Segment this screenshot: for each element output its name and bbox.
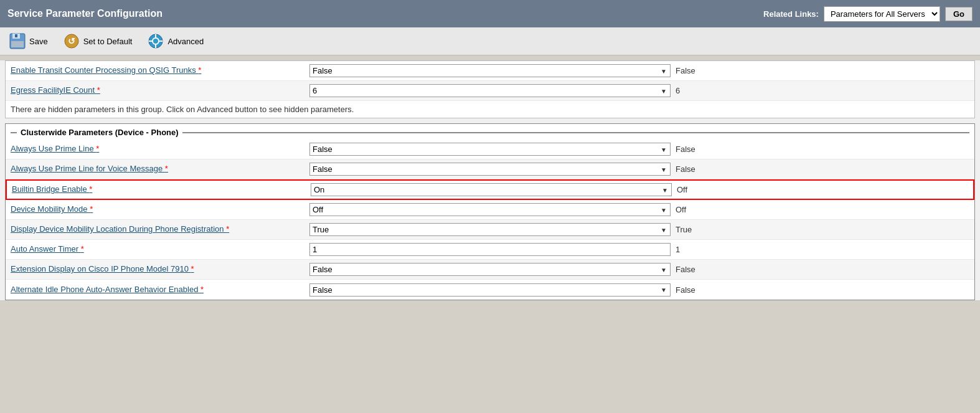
param-row-egress: Egress FacilityIE Count * 6 6 — [6, 81, 974, 101]
related-links-select[interactable]: Parameters for All Servers — [824, 6, 940, 22]
related-links-label: Related Links: — [763, 9, 819, 19]
param-control-extension-display: False True False — [309, 263, 969, 276]
param-control-builtin-bridge: On Off Off — [311, 183, 968, 196]
param-control-display-device-mobility: True False True — [309, 223, 969, 236]
group-header: Clusterwide Parameters (Device - Phone) — [6, 124, 974, 140]
auto-answer-timer-input[interactable] — [309, 243, 671, 256]
advanced-icon — [147, 32, 164, 50]
select-wrapper-always-prime-line: False True — [309, 143, 671, 156]
auto-answer-timer-default: 1 — [676, 245, 713, 254]
builtin-bridge-default: Off — [677, 185, 714, 194]
prime-line-voicemail-default: False — [676, 164, 713, 174]
param-label-transit-counter[interactable]: Enable Transit Counter Processing on QSI… — [11, 65, 309, 76]
advanced-button[interactable]: Advanced — [144, 31, 206, 51]
select-wrapper-extension-display: False True — [309, 263, 671, 276]
select-wrapper-prime-line-voicemail: False True — [309, 163, 671, 176]
param-row-auto-answer-timer: Auto Answer Timer * 1 — [6, 240, 974, 260]
main-content: Enable Transit Counter Processing on QSI… — [0, 60, 980, 300]
param-control-alternate-idle: False True False — [309, 283, 969, 297]
group-title: Clusterwide Parameters (Device - Phone) — [21, 128, 179, 137]
param-row-prime-line-voicemail: Always Use Prime Line for Voice Message … — [6, 159, 974, 179]
svg-text:↺: ↺ — [68, 36, 75, 46]
param-row-always-prime-line: Always Use Prime Line * False True False — [6, 140, 974, 159]
param-row-device-mobility-mode: Device Mobility Mode * Off On Off — [6, 200, 974, 220]
alternate-idle-default: False — [676, 285, 713, 295]
select-wrapper-builtin-bridge: On Off — [311, 183, 672, 196]
required-marker: * — [165, 164, 168, 173]
required-marker: * — [90, 204, 93, 214]
set-to-default-label: Set to Default — [83, 37, 133, 46]
param-label-extension-display[interactable]: Extension Display on Cisco IP Phone Mode… — [11, 264, 309, 275]
param-control-device-mobility-mode: Off On Off — [309, 203, 969, 216]
builtin-bridge-select[interactable]: On Off — [311, 183, 672, 196]
param-label-builtin-bridge[interactable]: Builtin Bridge Enable * — [12, 184, 311, 195]
save-button[interactable]: Save — [6, 31, 50, 51]
param-control-auto-answer-timer: 1 — [309, 243, 969, 256]
param-label-always-prime-line[interactable]: Always Use Prime Line * — [11, 144, 309, 154]
advanced-label: Advanced — [167, 37, 204, 46]
param-label-auto-answer-timer[interactable]: Auto Answer Timer * — [11, 244, 309, 255]
required-marker: * — [191, 264, 194, 273]
param-row-extension-display: Extension Display on Cisco IP Phone Mode… — [6, 260, 974, 280]
extension-display-select[interactable]: False True — [309, 263, 671, 276]
header-right: Related Links: Parameters for All Server… — [763, 6, 973, 22]
transit-counter-default: False — [676, 66, 713, 75]
required-marker: * — [200, 285, 204, 294]
select-wrapper-transit-counter: False True — [309, 64, 671, 77]
param-control-transit-counter: False True False — [309, 64, 969, 77]
param-label-display-device-mobility[interactable]: Display Device Mobility Location During … — [11, 224, 309, 235]
display-device-mobility-select[interactable]: True False — [309, 223, 671, 236]
svg-rect-3 — [15, 34, 17, 37]
param-label-egress[interactable]: Egress FacilityIE Count * — [11, 85, 309, 96]
always-prime-line-default: False — [676, 145, 713, 154]
required-marker: * — [226, 224, 229, 234]
required-marker: * — [198, 65, 201, 75]
save-label: Save — [29, 37, 48, 46]
extension-display-default: False — [676, 265, 713, 274]
select-wrapper-egress: 6 — [309, 84, 671, 97]
svg-rect-2 — [11, 41, 24, 47]
select-wrapper-alternate-idle: False True — [309, 283, 671, 297]
required-marker: * — [89, 184, 92, 194]
device-mobility-mode-default: Off — [676, 205, 713, 214]
page-wrapper: Service Parameter Configuration Related … — [0, 0, 980, 413]
top-section: Enable Transit Counter Processing on QSI… — [5, 60, 975, 118]
param-label-prime-line-voicemail[interactable]: Always Use Prime Line for Voice Message … — [11, 164, 309, 174]
param-row-transit-counter: Enable Transit Counter Processing on QSI… — [6, 61, 974, 81]
param-control-prime-line-voicemail: False True False — [309, 163, 969, 176]
toolbar: Save ↺ Set to Default — [0, 27, 980, 55]
select-wrapper-device-mobility-mode: Off On — [309, 203, 671, 216]
save-icon — [9, 32, 26, 50]
display-device-mobility-default: True — [676, 225, 713, 234]
param-control-egress: 6 6 — [309, 84, 969, 97]
set-to-default-icon: ↺ — [63, 32, 80, 50]
egress-default: 6 — [676, 86, 713, 95]
required-marker: * — [96, 144, 99, 153]
go-button[interactable]: Go — [945, 7, 973, 21]
alternate-idle-select[interactable]: False True — [309, 283, 671, 297]
page-header: Service Parameter Configuration Related … — [0, 0, 980, 27]
param-label-alternate-idle[interactable]: Alternate Idle Phone Auto-Answer Behavio… — [11, 285, 309, 295]
param-row-builtin-bridge: Builtin Bridge Enable * On Off Off — [6, 179, 974, 200]
param-label-device-mobility-mode[interactable]: Device Mobility Mode * — [11, 204, 309, 215]
select-wrapper-display-device-mobility: True False — [309, 223, 671, 236]
page-title: Service Parameter Configuration — [7, 8, 163, 19]
group-section: Clusterwide Parameters (Device - Phone) … — [5, 123, 975, 300]
egress-select[interactable]: 6 — [309, 84, 671, 97]
param-row-alternate-idle: Alternate Idle Phone Auto-Answer Behavio… — [6, 280, 974, 300]
param-control-always-prime-line: False True False — [309, 143, 969, 156]
always-prime-line-select[interactable]: False True — [309, 143, 671, 156]
required-marker: * — [81, 244, 84, 254]
device-mobility-mode-select[interactable]: Off On — [309, 203, 671, 216]
required-marker: * — [97, 85, 100, 95]
prime-line-voicemail-select[interactable]: False True — [309, 163, 671, 176]
transit-counter-select[interactable]: False True — [309, 64, 671, 77]
hidden-note: There are hidden parameters in this grou… — [6, 101, 974, 118]
param-row-display-device-mobility: Display Device Mobility Location During … — [6, 220, 974, 240]
set-to-default-button[interactable]: ↺ Set to Default — [60, 31, 135, 51]
